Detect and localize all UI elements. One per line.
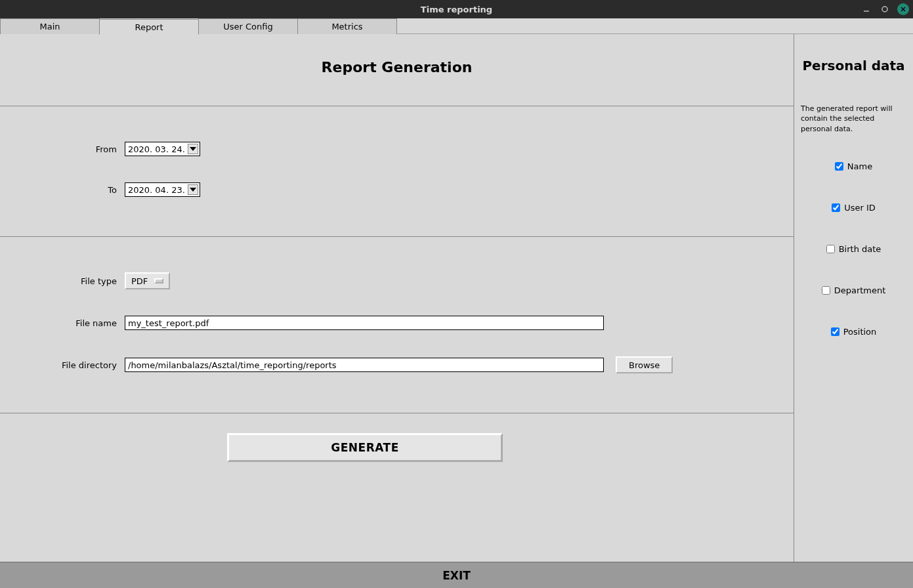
svg-marker-5	[190, 188, 196, 192]
checkbox-row-user-id: User ID	[798, 187, 909, 228]
side-heading: Personal data	[798, 34, 909, 92]
tab-user-config[interactable]: User Config	[198, 18, 298, 34]
checkbox-name[interactable]	[835, 162, 843, 171]
date-range-section: From 2020. 03. 24. To 2020. 04. 23.	[0, 106, 794, 237]
from-date-value: 2020. 03. 24.	[128, 144, 185, 154]
to-row: To 2020. 04. 23.	[0, 182, 794, 197]
main-column: Report Generation From 2020. 03. 24. To	[0, 34, 794, 562]
file-section: File type PDF File name File directory B…	[0, 237, 794, 413]
file-directory-row: File directory Browse	[0, 356, 794, 373]
app-frame: Main Report User Config Metrics Report G…	[0, 18, 913, 588]
side-description: The generated report will contain the se…	[798, 92, 909, 146]
from-row: From 2020. 03. 24.	[0, 142, 794, 156]
to-date-value: 2020. 04. 23.	[128, 185, 185, 195]
checkbox-label-position: Position	[843, 327, 877, 337]
checkbox-department[interactable]	[822, 286, 830, 295]
window-titlebar: Time reporting	[0, 0, 913, 18]
file-name-input[interactable]	[125, 316, 604, 330]
checkbox-row-name: Name	[798, 146, 909, 187]
to-label: To	[0, 185, 125, 195]
checkbox-birth-date[interactable]	[826, 245, 835, 253]
from-date-picker[interactable]: 2020. 03. 24.	[125, 142, 200, 156]
file-directory-input[interactable]	[125, 358, 604, 372]
checkbox-label-name: Name	[847, 161, 872, 171]
checkbox-label-user-id: User ID	[844, 203, 876, 213]
browse-button[interactable]: Browse	[616, 356, 673, 373]
tab-strip: Main Report User Config Metrics	[0, 18, 913, 34]
file-type-label: File type	[0, 276, 125, 286]
file-directory-label: File directory	[0, 360, 125, 370]
tab-metrics[interactable]: Metrics	[297, 18, 397, 34]
svg-point-1	[882, 7, 887, 12]
checkbox-row-department: Department	[798, 270, 909, 311]
page-title: Report Generation	[0, 34, 794, 106]
window-controls	[860, 0, 909, 18]
checkbox-label-birth-date: Birth date	[839, 244, 881, 254]
chevron-down-icon	[188, 144, 198, 154]
file-type-row: File type PDF	[0, 272, 794, 289]
file-name-row: File name	[0, 316, 794, 330]
generate-section: GENERATE	[0, 413, 794, 488]
generate-button[interactable]: GENERATE	[227, 433, 503, 462]
from-label: From	[0, 144, 125, 154]
file-name-label: File name	[0, 318, 125, 328]
checkbox-row-birth-date: Birth date	[798, 228, 909, 270]
exit-button[interactable]: EXIT	[0, 562, 913, 588]
side-panel: Personal data The generated report will …	[794, 34, 913, 562]
content-row: Report Generation From 2020. 03. 24. To	[0, 34, 913, 562]
maximize-icon[interactable]	[879, 3, 891, 15]
checkbox-user-id[interactable]	[832, 203, 840, 212]
chevron-down-icon	[188, 184, 198, 195]
window-title: Time reporting	[0, 5, 913, 14]
file-type-select[interactable]: PDF	[125, 272, 170, 289]
tab-main[interactable]: Main	[0, 18, 100, 34]
checkbox-row-position: Position	[798, 311, 909, 352]
to-date-picker[interactable]: 2020. 04. 23.	[125, 182, 200, 197]
minimize-icon[interactable]	[860, 3, 872, 15]
file-type-value: PDF	[131, 276, 148, 286]
svg-marker-4	[190, 147, 196, 151]
tab-report[interactable]: Report	[99, 19, 199, 35]
heading-section: Report Generation	[0, 34, 794, 106]
close-icon[interactable]	[897, 3, 909, 15]
checkbox-position[interactable]	[831, 327, 839, 336]
checkbox-label-department: Department	[834, 285, 886, 295]
option-menu-icon	[154, 278, 163, 284]
